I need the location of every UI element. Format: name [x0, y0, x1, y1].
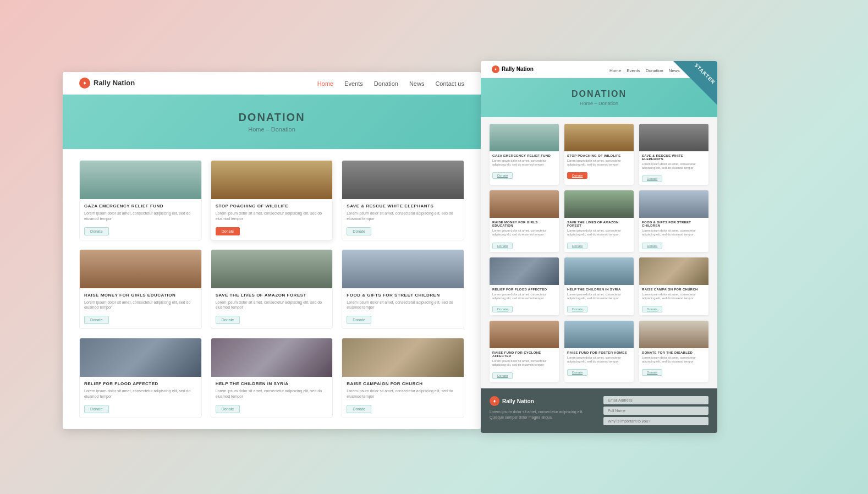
- right-card-street-donate-btn[interactable]: Donate: [642, 243, 662, 249]
- right-card-wildlife: STOP POACHING OF WILDLIFE Lorem ipsum do…: [564, 124, 634, 185]
- right-card-church-donate-btn[interactable]: Donate: [642, 306, 662, 312]
- right-nav-home[interactable]: Home: [609, 68, 621, 73]
- right-card-elephants-image: [639, 124, 708, 151]
- left-nav-donation[interactable]: Donation: [374, 80, 398, 87]
- card-elephants-desc: Lorem ipsum dolor sit amet, consectetur …: [347, 211, 459, 222]
- starter-badge: STARTER: [673, 61, 717, 105]
- right-card-foster-body: RAISE FUND FOR FOSTER HOMES Lorem ipsum …: [564, 348, 634, 378]
- card-elephants-body: SAVE & RESCUE WHITE ELEPHANTS Lorem ipsu…: [342, 199, 464, 240]
- right-card-girls-desc: Lorem ipsum dolor sit amet, consectetur …: [492, 229, 556, 237]
- left-hero-title: DONATION: [85, 111, 459, 124]
- card-girls-body: RAISE MONEY FOR GIRLS EDUCATION Lorem ip…: [80, 288, 201, 329]
- card-church-donate-btn[interactable]: Donate: [347, 405, 371, 413]
- card-church-body: RAISE CAMPAIGN FOR CHURCH Lorem ipsum do…: [342, 377, 464, 418]
- right-card-syria-donate-btn[interactable]: Donate: [567, 306, 587, 312]
- right-card-disabled-body: DONATE FOR THE DISABLED Lorem ipsum dolo…: [639, 348, 708, 378]
- card-flood-donate-btn[interactable]: Donate: [84, 405, 109, 413]
- right-hero-breadcrumb: Home – Donation: [497, 101, 701, 106]
- footer-name-input[interactable]: [603, 407, 708, 415]
- right-card-flood-image: [490, 257, 559, 285]
- right-footer: ♦ Rally Nation Lorem ipsum dolor sit ame…: [481, 388, 717, 433]
- card-wildlife-image: [211, 161, 333, 199]
- right-nav-events[interactable]: Events: [627, 68, 640, 73]
- footer-reason-input[interactable]: [603, 417, 708, 425]
- footer-desc: Lorem ipsum dolor sit amet, consectetur …: [490, 409, 595, 420]
- card-church-title: RAISE CAMPAIGN FOR CHURCH: [347, 381, 459, 386]
- card-street: FOOD & GIFTS FOR STREET CHILDREN Lorem i…: [342, 249, 464, 330]
- right-card-gaza-body: GAZA EMERGENCY RELIEF FUND Lorem ipsum d…: [490, 151, 559, 182]
- footer-logo: ♦ Rally Nation: [490, 396, 595, 406]
- footer-logo-area: ♦ Rally Nation Lorem ipsum dolor sit ame…: [490, 396, 595, 420]
- card-girls: RAISE MONEY FOR GIRLS EDUCATION Lorem ip…: [79, 249, 202, 330]
- right-card-girls-donate-btn[interactable]: Donate: [492, 243, 513, 249]
- card-amazon: SAVE THE LIVES OF AMAZON FOREST Lorem ip…: [211, 249, 333, 330]
- right-card-cyclone: RAISE FUND FOR CYCLONE AFFECTED Lorem ip…: [490, 321, 559, 382]
- left-logo: ♦ Rally Nation: [79, 78, 135, 89]
- right-card-flood-desc: Lorem ipsum dolor sit amet, consectetur …: [492, 293, 556, 300]
- card-amazon-desc: Lorem ipsum dolor sit amet, consectetur …: [216, 300, 328, 311]
- right-card-amazon-donate-btn[interactable]: Donate: [567, 243, 587, 249]
- card-elephants-image: [342, 161, 464, 199]
- footer-email-input[interactable]: [603, 396, 708, 404]
- card-amazon-image: [211, 250, 333, 288]
- right-card-syria-image: [564, 257, 634, 285]
- right-card-church-body: RAISE CAMPAIGN FOR CHURCH Lorem ipsum do…: [639, 285, 708, 315]
- card-wildlife: STOP POACHING OF WILDLIFE Lorem ipsum do…: [211, 160, 333, 240]
- card-wildlife-donate-btn[interactable]: Donate: [216, 227, 240, 235]
- right-card-foster-donate-btn[interactable]: Donate: [567, 369, 587, 376]
- right-card-gaza-desc: Lorem ipsum dolor sit amet, consectetur …: [492, 159, 556, 167]
- right-card-elephants-desc: Lorem ipsum dolor sit amet, consectetur …: [642, 162, 706, 170]
- card-church-image: [342, 338, 464, 377]
- right-card-cyclone-body: RAISE FUND FOR CYCLONE AFFECTED Lorem ip…: [490, 348, 559, 382]
- right-card-street: FOOD & GIFTS FOR STREET CHILDREN Lorem i…: [639, 190, 708, 251]
- card-street-desc: Lorem ipsum dolor sit amet, consectetur …: [347, 300, 459, 311]
- right-card-amazon-desc: Lorem ipsum dolor sit amet, consectetur …: [567, 229, 631, 237]
- screens-wrapper: ♦ Rally Nation Home Events Donation News…: [63, 61, 805, 433]
- right-card-disabled-desc: Lorem ipsum dolor sit amet, consectetur …: [642, 356, 706, 364]
- right-card-flood-body: RELIEF FOR FLOOD AFFECTED Lorem ipsum do…: [490, 285, 559, 315]
- card-street-donate-btn[interactable]: Donate: [347, 316, 371, 324]
- footer-form: [603, 396, 708, 425]
- right-card-disabled: DONATE FOR THE DISABLED Lorem ipsum dolo…: [639, 321, 708, 382]
- right-card-church-title: RAISE CAMPAIGN FOR CHURCH: [642, 288, 706, 291]
- right-card-wildlife-title: STOP POACHING OF WILDLIFE: [567, 154, 631, 157]
- card-gaza-donate-btn[interactable]: Donate: [84, 227, 109, 235]
- right-card-girls: RAISE MONEY FOR GIRLS EDUCATION Lorem ip…: [490, 190, 559, 251]
- card-elephants-donate-btn[interactable]: Donate: [347, 227, 371, 235]
- right-card-wildlife-desc: Lorem ipsum dolor sit amet, consectetur …: [567, 159, 631, 167]
- right-card-flood-donate-btn[interactable]: Donate: [492, 306, 513, 312]
- right-hero-title: DONATION: [497, 89, 701, 99]
- card-syria-donate-btn[interactable]: Donate: [216, 405, 240, 413]
- left-donation-grid: GAZA EMERGENCY RELIEF FUND Lorem ipsum d…: [63, 149, 481, 429]
- right-card-gaza-title: GAZA EMERGENCY RELIEF FUND: [492, 154, 556, 157]
- right-card-elephants-donate-btn[interactable]: Donate: [642, 175, 662, 182]
- card-flood-title: RELIEF FOR FLOOD AFFECTED: [84, 381, 197, 386]
- right-card-gaza-donate-btn[interactable]: Donate: [492, 172, 513, 179]
- screen-right: ♦ Rally Nation Home Events Donation News…: [481, 61, 717, 433]
- card-gaza-body: GAZA EMERGENCY RELIEF FUND Lorem ipsum d…: [80, 199, 201, 240]
- right-card-wildlife-image: [564, 124, 634, 151]
- right-card-street-title: FOOD & GIFTS FOR STREET CHILDREN: [642, 221, 706, 227]
- right-card-wildlife-donate-btn[interactable]: Donate: [567, 172, 587, 179]
- card-girls-donate-btn[interactable]: Donate: [84, 316, 109, 324]
- left-nav-contact[interactable]: Contact us: [435, 80, 464, 87]
- left-nav-events[interactable]: Events: [344, 80, 363, 87]
- card-amazon-body: SAVE THE LIVES OF AMAZON FOREST Lorem ip…: [211, 288, 333, 329]
- starter-badge-text: STARTER: [694, 62, 717, 85]
- left-hero-breadcrumb: Home – Donation: [85, 126, 459, 133]
- right-card-disabled-donate-btn[interactable]: Donate: [642, 369, 662, 376]
- right-card-amazon-body: SAVE THE LIVES OF AMAZON FOREST Lorem ip…: [564, 218, 634, 251]
- right-card-wildlife-body: STOP POACHING OF WILDLIFE Lorem ipsum do…: [564, 151, 634, 182]
- left-nav-news[interactable]: News: [409, 80, 425, 87]
- right-card-church: RAISE CAMPAIGN FOR CHURCH Lorem ipsum do…: [639, 257, 708, 315]
- card-gaza-title: GAZA EMERGENCY RELIEF FUND: [84, 204, 197, 208]
- right-nav-donation[interactable]: Donation: [646, 68, 663, 73]
- right-card-elephants-body: SAVE & RESCUE WHITE ELEPHANTS Lorem ipsu…: [639, 151, 708, 185]
- right-card-syria-desc: Lorem ipsum dolor sit amet, consectetur …: [567, 293, 631, 300]
- card-amazon-donate-btn[interactable]: Donate: [216, 316, 240, 324]
- right-card-cyclone-donate-btn[interactable]: Donate: [492, 372, 513, 379]
- screen-left: ♦ Rally Nation Home Events Donation News…: [63, 72, 481, 429]
- left-nav-home[interactable]: Home: [317, 80, 333, 87]
- card-syria: HELP THE CHILDREN IN SYRIA Lorem ipsum d…: [211, 338, 333, 418]
- card-street-body: FOOD & GIFTS FOR STREET CHILDREN Lorem i…: [342, 288, 464, 329]
